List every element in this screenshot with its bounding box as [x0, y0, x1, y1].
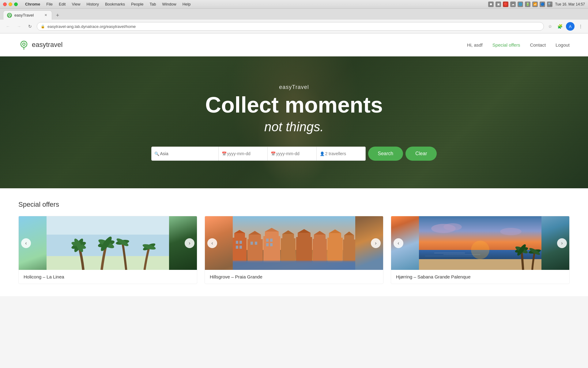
close-window-button[interactable]: [3, 2, 7, 6]
svg-point-63: [471, 241, 489, 259]
travelers-icon: 👤: [320, 151, 325, 156]
date-to-field-wrap: 📅: [268, 147, 317, 161]
logo-text: easytravel: [32, 41, 62, 49]
svg-rect-53: [270, 239, 273, 242]
search-button[interactable]: Search: [368, 147, 403, 161]
menu-tab[interactable]: Tab: [147, 1, 158, 7]
macos-menu: Chrome File Edit View History Bookmarks …: [23, 1, 193, 7]
wifi-icon: 📶: [532, 2, 538, 7]
profile-button[interactable]: A: [566, 22, 575, 31]
date-from-field-wrap: 📅: [219, 147, 268, 161]
site-logo[interactable]: easytravel: [18, 39, 62, 50]
maximize-window-button[interactable]: [14, 2, 18, 6]
battery-icon: 🔋: [525, 2, 530, 7]
card-image-2: ‹ ›: [205, 216, 383, 270]
hero-title: Collect moments: [205, 93, 383, 117]
menu-dots-button[interactable]: ⋮: [577, 23, 584, 30]
destination-field-wrap: 🔍: [151, 147, 219, 161]
tab-bar: easyTravel ✕ +: [0, 9, 588, 20]
window-controls[interactable]: [3, 2, 18, 6]
card-3-next-button[interactable]: ›: [557, 238, 567, 248]
extensions-button[interactable]: 🧩: [556, 23, 564, 30]
svg-rect-55: [270, 243, 273, 246]
new-tab-button[interactable]: +: [53, 11, 62, 20]
card-1-prev-button[interactable]: ‹: [21, 238, 31, 248]
address-text[interactable]: easytravel-ang.lab.dynatrace.org/easytra…: [47, 24, 136, 29]
menu-history[interactable]: History: [84, 1, 101, 7]
card-2-next-button[interactable]: ›: [371, 238, 381, 248]
hero-section: easyTravel Collect moments not things. 🔍…: [0, 56, 588, 188]
menu-file[interactable]: File: [44, 1, 55, 7]
menu-help[interactable]: Help: [180, 1, 193, 7]
address-bar[interactable]: 🔒 easytravel-ang.lab.dynatrace.org/easyt…: [37, 22, 544, 31]
svg-point-61: [443, 223, 462, 231]
svg-rect-46: [236, 241, 238, 244]
menu-people[interactable]: People: [129, 1, 146, 7]
bookmark-button[interactable]: ☆: [546, 23, 554, 30]
special-offers-title: Special offers: [18, 201, 570, 209]
website-content: easytravel Hi, asdf Special offers Conta…: [0, 33, 588, 296]
tab-title: easyTravel: [14, 13, 34, 17]
logo-icon: [18, 39, 29, 50]
special-offers-nav-link[interactable]: Special offers: [492, 42, 520, 48]
menu-view[interactable]: View: [69, 1, 83, 7]
svg-rect-56: [233, 261, 355, 270]
card-1-next-button[interactable]: ›: [185, 238, 194, 248]
refresh-button[interactable]: ↻: [26, 22, 34, 31]
navigation-bar: ← → ↻ 🔒 easytravel-ang.lab.dynatrace.org…: [0, 20, 588, 33]
calendar-to-icon: 📅: [271, 151, 276, 156]
svg-point-4: [23, 43, 25, 45]
svg-rect-7: [47, 256, 169, 270]
logout-nav-button[interactable]: Logout: [556, 42, 570, 48]
search-system-icon[interactable]: 🔍: [547, 2, 552, 7]
forward-button[interactable]: →: [15, 22, 23, 31]
special-offers-section: Special offers: [0, 188, 588, 296]
offer-card-2[interactable]: ‹ › Hillsgrove – Praia Grande: [205, 216, 383, 284]
svg-rect-40: [327, 238, 343, 262]
menu-edit[interactable]: Edit: [56, 1, 68, 7]
svg-rect-38: [314, 235, 326, 240]
menu-chrome[interactable]: Chrome: [23, 1, 43, 7]
card-2-prev-button[interactable]: ‹: [207, 238, 217, 248]
offer-card-1[interactable]: ‹ › Holicong – La Linea: [18, 216, 197, 284]
destination-search-icon: 🔍: [154, 151, 159, 156]
system-icon-2: ▣: [496, 2, 501, 7]
svg-rect-44: [344, 235, 354, 241]
card-3-prev-button[interactable]: ‹: [394, 238, 403, 248]
calendar-from-icon: 📅: [222, 151, 227, 156]
svg-rect-50: [251, 242, 253, 245]
svg-rect-19: [47, 216, 169, 235]
svg-rect-52: [266, 239, 269, 242]
clear-button[interactable]: Clear: [405, 147, 437, 161]
svg-rect-51: [255, 242, 257, 245]
offer-card-3[interactable]: ‹ › Hjørring – Sabana Grande Palenque: [391, 216, 570, 284]
destination-input[interactable]: [151, 147, 219, 161]
bluetooth-icon: 🔵: [540, 2, 545, 7]
site-header: easytravel Hi, asdf Special offers Conta…: [0, 33, 588, 56]
contact-nav-link[interactable]: Contact: [530, 42, 546, 48]
svg-rect-23: [234, 233, 245, 239]
greeting-text: Hi, asdf: [467, 42, 483, 48]
back-button[interactable]: ←: [4, 22, 12, 31]
tab-close-button[interactable]: ✕: [43, 13, 48, 18]
svg-rect-37: [313, 239, 327, 262]
browser-tab[interactable]: easyTravel ✕: [3, 10, 52, 20]
system-time: Tue 16. Mar 14:57: [555, 2, 585, 6]
system-icon-1: ⏺: [488, 2, 494, 7]
svg-rect-35: [298, 233, 311, 238]
travelers-field-wrap: 👤: [317, 147, 366, 161]
system-icon-3: 🔴: [503, 2, 508, 7]
card-placeholder-2: [205, 216, 383, 270]
menu-window[interactable]: Window: [160, 1, 179, 7]
menu-bookmarks[interactable]: Bookmarks: [103, 1, 127, 7]
svg-rect-47: [239, 241, 242, 244]
tab-favicon: [7, 13, 12, 18]
svg-rect-32: [282, 234, 294, 240]
svg-point-62: [500, 228, 522, 235]
card-3-title: Hjørring – Sabana Grande Palenque: [396, 274, 564, 279]
search-bar: 🔍 📅 📅 👤 Search Clear: [151, 147, 437, 161]
hero-brand: easyTravel: [279, 84, 309, 90]
svg-rect-49: [239, 246, 242, 249]
minimize-window-button[interactable]: [9, 2, 12, 6]
svg-rect-54: [266, 243, 269, 246]
